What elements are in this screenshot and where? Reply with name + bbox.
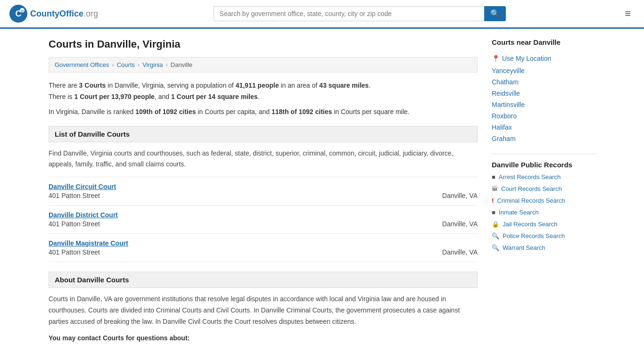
court-entry-1: Danville Circuit Court 401 Patton Street…	[49, 177, 478, 205]
criminal-records-link[interactable]: Criminal Records Search	[497, 197, 565, 204]
inmate-search-link[interactable]: Inmate Search	[499, 209, 539, 216]
svg-text:O: O	[21, 9, 24, 13]
about-section-header: About Danville Courts	[49, 272, 478, 288]
use-location-link[interactable]: Use My Location	[502, 55, 551, 62]
use-my-location[interactable]: 📍 Use My Location	[492, 55, 595, 62]
court-records-link[interactable]: Court Records Search	[501, 185, 562, 192]
courts-list: Danville Circuit Court 401 Patton Street…	[49, 177, 478, 262]
search-icon: 🔍	[490, 9, 500, 17]
nearby-city-2: Chatham	[492, 78, 595, 86]
court-details-2: 401 Patton Street Danville, VA	[49, 220, 478, 228]
breadcrumb-danville: Danville	[171, 61, 192, 68]
nearby-city-link-5[interactable]: Roxboro	[492, 112, 517, 120]
search-button[interactable]: 🔍	[484, 6, 506, 21]
police-records-link[interactable]: Police Records Search	[503, 232, 565, 239]
warrant-search-link[interactable]: Warrant Search	[503, 244, 545, 251]
stats-section: There are 3 Courts in Danville, Virginia…	[49, 80, 478, 117]
sidebar-records-list: ■ Arrest Records Search 🏛 Court Records …	[492, 173, 595, 251]
hamburger-icon: ≡	[625, 8, 631, 19]
search-area: 🔍	[214, 6, 506, 21]
record-item-criminal: ! Criminal Records Search	[492, 197, 595, 204]
court-address-3: 401 Patton Street	[49, 248, 100, 256]
page-title: Courts in Danville, Virginia	[49, 38, 478, 50]
court-entry-2: Danville District Court 401 Patton Stree…	[49, 205, 478, 233]
sidebar-near-title: Courts near Danville	[492, 38, 595, 49]
nearby-city-link-4[interactable]: Martinsville	[492, 101, 525, 108]
court-link-1[interactable]: Danville Circuit Court	[49, 183, 116, 190]
record-item-inmate: ■ Inmate Search	[492, 209, 595, 216]
breadcrumb-courts[interactable]: Courts	[117, 61, 135, 68]
breadcrumb-govt-offices[interactable]: Government Offices	[55, 61, 109, 68]
menu-button[interactable]: ≡	[621, 6, 635, 22]
record-item-jail: 🔒 Jail Records Search	[492, 221, 595, 228]
list-description: Find Danville, Virginia courts and court…	[49, 148, 478, 169]
nearby-city-link-2[interactable]: Chatham	[492, 78, 519, 86]
list-section-header: List of Danville Courts	[49, 126, 478, 142]
logo-area: C O CountyOffice.org	[9, 5, 98, 23]
nearby-city-1: Yanceyville	[492, 67, 595, 74]
nearby-city-5: Roxboro	[492, 112, 595, 120]
sidebar: Courts near Danville 📍 Use My Location Y…	[492, 38, 595, 342]
police-icon: 🔍	[492, 232, 499, 239]
arrest-records-link[interactable]: Arrest Records Search	[499, 173, 561, 181]
court-city-1: Danville, VA	[442, 192, 478, 199]
jail-records-link[interactable]: Jail Records Search	[503, 221, 557, 228]
court-link-3[interactable]: Danville Magistrate Court	[49, 239, 128, 247]
court-address-2: 401 Patton Street	[49, 220, 100, 228]
court-address-1: 401 Patton Street	[49, 192, 100, 199]
content-area: Courts in Danville, Virginia Government …	[49, 38, 478, 342]
breadcrumb: Government Offices › Courts › Virginia ›…	[49, 57, 478, 73]
warrant-icon: 🔍	[492, 244, 499, 251]
nearby-city-3: Reidsville	[492, 90, 595, 97]
court-city-2: Danville, VA	[442, 220, 478, 228]
court-details-3: 401 Patton Street Danville, VA	[49, 248, 478, 256]
record-item-police: 🔍 Police Records Search	[492, 232, 595, 239]
court-details-1: 401 Patton Street Danville, VA	[49, 192, 478, 199]
about-section: About Danville Courts Courts in Danville…	[49, 272, 478, 341]
nearby-cities-list: Yanceyville Chatham Reidsville Martinsvi…	[492, 67, 595, 142]
record-item-warrant: 🔍 Warrant Search	[492, 244, 595, 251]
nearby-city-link-6[interactable]: Halifax	[492, 123, 512, 131]
nearby-city-link-7[interactable]: Graham	[492, 135, 516, 142]
record-item-court: 🏛 Court Records Search	[492, 185, 595, 192]
breadcrumb-sep-2: ›	[138, 61, 140, 68]
criminal-icon: !	[492, 197, 494, 204]
contact-label: You may contact Courts for questions abo…	[49, 334, 478, 342]
search-input[interactable]	[214, 6, 484, 21]
nearby-city-7: Graham	[492, 135, 595, 142]
court-link-2[interactable]: Danville District Court	[49, 211, 118, 219]
court-icon: 🏛	[492, 185, 498, 192]
site-header: C O CountyOffice.org 🔍 ≡	[0, 0, 644, 29]
logo-icon: C O	[9, 5, 27, 23]
record-item-arrest: ■ Arrest Records Search	[492, 173, 595, 181]
inmate-icon: ■	[492, 209, 495, 216]
nearby-city-link-1[interactable]: Yanceyville	[492, 67, 525, 74]
court-entry-3: Danville Magistrate Court 401 Patton Str…	[49, 233, 478, 262]
breadcrumb-sep-1: ›	[112, 61, 114, 68]
location-icon: 📍	[492, 55, 500, 62]
sidebar-records-title: Danville Public Records	[492, 154, 595, 169]
nearby-city-6: Halifax	[492, 123, 595, 131]
court-city-3: Danville, VA	[442, 248, 478, 256]
jail-icon: 🔒	[492, 221, 499, 228]
nearby-city-4: Martinsville	[492, 101, 595, 108]
breadcrumb-sep-3: ›	[165, 61, 167, 68]
main-layout: Courts in Danville, Virginia Government …	[39, 29, 605, 342]
logo-text: CountyOffice.org	[30, 9, 98, 19]
nearby-city-link-3[interactable]: Reidsville	[492, 90, 520, 97]
breadcrumb-virginia[interactable]: Virginia	[142, 61, 163, 68]
about-text: Courts in Danville, VA are government in…	[49, 294, 478, 327]
arrest-icon: ■	[492, 173, 495, 181]
